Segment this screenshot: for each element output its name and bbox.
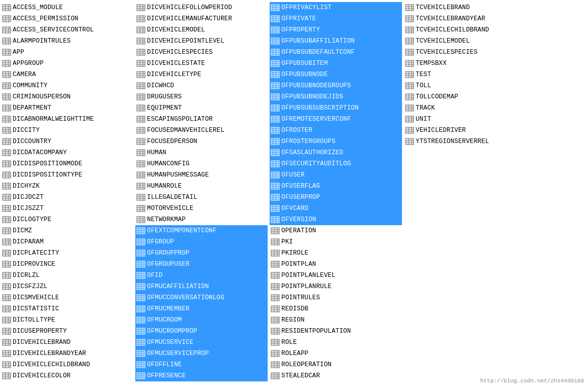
list-item[interactable]: DICVEHICLEMODEL (135, 24, 268, 36)
list-item[interactable]: POINTPLAN (270, 259, 402, 270)
list-item[interactable]: ACCESS_SERVICECONTROL (1, 24, 133, 36)
list-item[interactable]: OFREMOTESERVERCONF (270, 114, 402, 125)
list-item[interactable]: YTSTREGIONSERVERREL (404, 136, 536, 147)
list-item[interactable]: DICVEHICLEFOLLOWPERIOD (135, 2, 268, 13)
list-item[interactable]: HUMANROLE (135, 181, 268, 192)
list-item[interactable]: OFSECURITYAUDITLOG (270, 158, 402, 169)
list-item[interactable]: OFMUCMEMBER (135, 303, 268, 314)
list-item[interactable]: OFMUCCONVERSATIONLOG (135, 292, 268, 303)
list-item[interactable]: OFUSER (270, 169, 402, 181)
list-item[interactable]: OFMUCAFFILIATION (135, 281, 268, 292)
list-item[interactable]: DICCITY (1, 125, 133, 136)
list-item[interactable]: OFGROUPUSER (135, 259, 268, 270)
list-item[interactable]: OFGROUPPROP (135, 248, 268, 259)
list-item[interactable]: OFPUBSUBNODEGROUPS (270, 80, 402, 91)
list-item[interactable]: OFUSERFLAG (270, 181, 402, 192)
list-item[interactable]: FOCUSEDMANVEHICLEREL (135, 125, 268, 136)
list-item[interactable]: OFGROUP (135, 236, 268, 248)
list-item[interactable]: DICVEHICLESPECIES (135, 47, 268, 58)
list-item[interactable]: OFMUCROOMPROP (135, 326, 268, 337)
list-item[interactable]: DICPARAM (1, 236, 133, 248)
list-item[interactable]: DICUSEPROPERTY (1, 326, 133, 337)
list-item[interactable]: ACCESS_PERMISSION (1, 13, 133, 24)
list-item[interactable]: OFPUBSUBSUBSCRIPTION (270, 102, 402, 114)
list-item[interactable]: RESIDENTPOPULATION (270, 326, 402, 337)
list-item[interactable]: OFPRIVATE (270, 13, 402, 24)
list-item[interactable]: APPGROUP (1, 58, 133, 69)
list-item[interactable]: APP (1, 47, 133, 58)
list-item[interactable]: TCVEHICLEBRAND (404, 2, 536, 13)
list-item[interactable]: TRACK (404, 102, 536, 114)
list-item[interactable]: TOLLCODEMAP (404, 91, 536, 102)
list-item[interactable]: DICVEHICLEBRANDYEAR (1, 348, 133, 359)
list-item[interactable]: NETWORKMAP (135, 214, 268, 225)
list-item[interactable]: OFPROPERTY (270, 24, 402, 36)
list-item[interactable]: OFPUBSUBNODEJIDS (270, 91, 402, 102)
list-item[interactable]: OFPUBSUBAFFILIATION (270, 36, 402, 47)
list-item[interactable]: ROLEOPERATION (270, 359, 402, 370)
list-item[interactable]: TEMPSBXX (404, 58, 536, 69)
list-item[interactable]: STEALEDCAR (270, 370, 402, 381)
list-item[interactable]: TOLL (404, 80, 536, 91)
list-item[interactable]: OFPRIVACYLIST (270, 2, 402, 13)
list-item[interactable]: ROLEAPP (270, 348, 402, 359)
list-item[interactable]: TCVEHICLEBRANDYEAR (404, 13, 536, 24)
list-item[interactable]: ILLEGALDETAIL (135, 192, 268, 203)
list-item[interactable]: OFID (135, 270, 268, 281)
list-item[interactable]: DICVEHICLESTATE (135, 58, 268, 69)
list-item[interactable]: OFROSTER (270, 125, 402, 136)
list-item[interactable]: OFROSTERGROUPS (270, 136, 402, 147)
list-item[interactable]: POINTRULES (270, 292, 402, 303)
list-item[interactable]: DICLOGTYPE (1, 214, 133, 225)
list-item[interactable]: OFOFFLINE (135, 359, 268, 370)
list-item[interactable]: POINTPLANRULE (270, 281, 402, 292)
list-item[interactable]: COMMUNITY (1, 80, 133, 91)
list-item[interactable]: DICABNORMALWEIGHTTIME (1, 114, 133, 125)
list-item[interactable]: DICVEHICLEBRAND (1, 337, 133, 348)
list-item[interactable]: HUMANPUSHMESSAGE (135, 169, 268, 181)
list-item[interactable]: DICDISPOSITIONTYPE (1, 169, 133, 181)
list-item[interactable]: DICPLATECITY (1, 248, 133, 259)
list-item[interactable]: DICTOLLTYPE (1, 314, 133, 326)
list-item[interactable]: OFMUCSERVICE (135, 337, 268, 348)
list-item[interactable]: DICVEHICLEPOINTLEVEL (135, 36, 268, 47)
list-item[interactable]: POINTPLANLEVEL (270, 270, 402, 281)
list-item[interactable]: DICPROVINCE (1, 259, 133, 270)
list-item[interactable]: OFVERSION (270, 214, 402, 225)
list-item[interactable]: OFPUBSUBDEFAULTCONF (270, 47, 402, 58)
list-item[interactable]: OFPUBSUBNODE (270, 69, 402, 80)
list-item[interactable]: ESCAPINGSPOLIATOR (135, 114, 268, 125)
list-item[interactable]: DICSMVEHICLE (1, 292, 133, 303)
list-item[interactable]: DICDATACOMPANY (1, 147, 133, 158)
list-item[interactable]: OFVCARD (270, 203, 402, 214)
list-item[interactable]: FOCUSEDPERSON (135, 136, 268, 147)
list-item[interactable]: PKIROLE (270, 248, 402, 259)
list-item[interactable]: DICVEHICLETYPE (135, 69, 268, 80)
list-item[interactable]: DICVEHICLECOLOR (1, 370, 133, 381)
list-item[interactable]: DICVEHICLECHILDBRAND (1, 359, 133, 370)
list-item[interactable]: EQUIPMENT (135, 102, 268, 114)
list-item[interactable]: OFUSERPROP (270, 192, 402, 203)
list-item[interactable]: DRUGUSERS (135, 91, 268, 102)
list-item[interactable]: REDISDB (270, 303, 402, 314)
list-item[interactable]: OFPRESENCE (135, 370, 268, 381)
list-item[interactable]: OFEXTCOMPONENTCONF (135, 225, 268, 236)
list-item[interactable]: OFMUCSERVICEPROP (135, 348, 268, 359)
list-item[interactable]: OFMUCROOM (135, 314, 268, 326)
list-item[interactable]: DICCOUNTRY (1, 136, 133, 147)
list-item[interactable]: DEPARTMENT (1, 102, 133, 114)
list-item[interactable]: HUMAN (135, 147, 268, 158)
list-item[interactable]: HUMANCONFIG (135, 158, 268, 169)
list-item[interactable]: TEST (404, 69, 536, 80)
list-item[interactable]: DICMZ (1, 225, 133, 236)
list-item[interactable]: DICHYZK (1, 181, 133, 192)
list-item[interactable]: PKI (270, 236, 402, 248)
list-item[interactable]: ACCESS_MODULE (1, 2, 133, 13)
list-item[interactable]: DICVEHICLEMANUFACTURER (135, 13, 268, 24)
list-item[interactable]: REGION (270, 314, 402, 326)
list-item[interactable]: TCVEHICLECHILDBRAND (404, 24, 536, 36)
list-item[interactable]: UNIT (404, 114, 536, 125)
list-item[interactable]: DICRLZL (1, 270, 133, 281)
list-item[interactable]: TCVEHICLESPECIES (404, 47, 536, 58)
list-item[interactable]: DICJSZZT (1, 203, 133, 214)
